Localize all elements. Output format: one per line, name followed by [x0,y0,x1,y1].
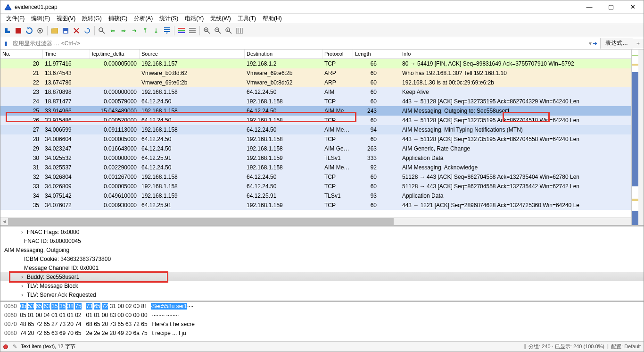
menu-telephony[interactable]: 电话(Y) [182,14,206,24]
menu-view[interactable]: 视图(V) [54,14,78,24]
svg-rect-11 [178,30,185,31]
table-row[interactable]: 3134.0255370.00229000064.12.24.50192.168… [0,163,644,172]
col-delta[interactable]: tcp.time_delta [90,50,140,59]
hex-line[interactable]: 0080 74 20 72 65 63 69 70 65 2e 2e 2e 20… [4,330,640,339]
table-row[interactable]: 2113.674543Vmware_b0:8d:62Vmware_69:e6:2… [0,68,644,78]
zoom-reset-icon[interactable]: 1 [223,25,234,36]
svg-text:1: 1 [227,28,229,31]
intelligent-scrollbar[interactable] [631,50,644,225]
expert-info-icon[interactable] [3,344,8,349]
profile-name[interactable]: 配置: Default [611,343,641,350]
close-file-icon[interactable] [71,25,82,36]
detail-line[interactable]: TLV: Server Ack Requested [0,290,644,299]
menu-capture[interactable]: 捕获(C) [106,14,131,24]
zoom-in-icon[interactable] [202,25,212,36]
menu-tools[interactable]: 工具(T) [235,14,259,24]
filter-apply-icon[interactable]: ➜ [593,40,597,47]
display-filter-input[interactable] [11,39,589,48]
table-row[interactable]: 3534.0760720.00093000064.12.25.91192.168… [0,201,644,210]
table-row[interactable]: 2418.8714770.00057900064.12.24.50192.168… [0,97,644,106]
statusbar: ✎ Text item (text), 12 字节 ‖ 分组: 240 · 已显… [0,341,644,352]
table-row[interactable]: 3034.0255320.00000000064.12.25.91192.168… [0,153,644,163]
detail-line[interactable]: Buddy: Sec558user1 [0,272,644,281]
hex-line[interactable]: 0050 0b 53 65 63 35 35 38 75 73 65 72 31… [4,303,640,312]
table-row[interactable]: 2318.8708980.000000000192.168.1.15864.12… [0,87,644,97]
minimize-button[interactable]: — [582,3,596,10]
col-source[interactable]: Source [140,50,245,59]
detail-line[interactable]: FNAC Flags: 0x0000 [0,227,644,236]
goto-icon[interactable]: ➜ [129,25,140,36]
hex-line[interactable]: 0060 05 01 00 04 01 01 01 02 01 01 00 83… [4,312,640,321]
expression-button[interactable]: 表达式… [600,38,633,49]
table-row[interactable]: 2734.0065990.091113000192.168.1.15864.12… [0,125,644,134]
hex-line[interactable]: 0070 48 65 72 65 27 73 20 74 68 65 20 73… [4,321,640,330]
no-colorize-icon[interactable] [187,25,198,36]
col-dest[interactable]: Destination [245,50,322,59]
toolbar: ⇐ ⇒ ➜ ⤒ ⤓ 1 [0,24,644,37]
packet-list-header[interactable]: No. Time tcp.time_delta Source Destinati… [0,50,644,59]
col-length[interactable]: Length [353,50,400,59]
svg-rect-12 [178,32,185,33]
menu-analyze[interactable]: 分析(A) [131,14,156,24]
maximize-button[interactable]: ▢ [604,3,618,10]
resize-columns-icon[interactable] [234,25,245,36]
col-no[interactable]: No. [0,50,43,59]
detail-line[interactable]: FNAC ID: 0x00000045 [0,236,644,245]
menu-edit[interactable]: 编辑(E) [28,14,53,24]
col-info[interactable]: Info [400,50,644,59]
add-filter-button[interactable]: + [633,39,644,48]
menu-wireless[interactable]: 无线(W) [207,14,233,24]
capture-options-icon[interactable] [35,25,45,36]
table-row[interactable]: 3434.0751420.049610000192.168.1.15964.12… [0,191,644,201]
packet-list[interactable]: 2011.9774160.000005000192.168.1.157192.1… [0,59,644,218]
stop-capture-icon[interactable] [13,25,24,36]
edit-icon[interactable]: ✎ [13,344,17,350]
svg-point-5 [99,28,103,32]
svg-rect-8 [164,29,170,30]
table-row[interactable]: 2213.674786Vmware_69:e6:2bVmware_b0:8d:6… [0,78,644,87]
restart-capture-icon[interactable] [24,25,34,36]
go-back-icon[interactable]: ⇐ [107,25,118,36]
table-row[interactable]: 2834.0066040.00000500064.12.24.50192.168… [0,134,644,144]
detail-line[interactable]: ICBM Cookie: 3436323837373800 [0,254,644,263]
bookmark-icon[interactable]: ▮ [0,38,11,49]
menu-file[interactable]: 文件(F) [3,14,27,24]
autoscroll-icon[interactable] [162,25,172,36]
col-time[interactable]: Time [43,50,90,59]
save-icon[interactable] [60,25,71,36]
start-capture-icon[interactable] [2,25,13,36]
packet-bytes-pane[interactable]: 0050 0b 53 65 63 35 35 38 75 73 65 72 31… [0,301,644,341]
go-last-icon[interactable]: ⤓ [151,25,161,36]
menu-go[interactable]: 跳转(G) [79,14,104,24]
zoom-out-icon[interactable] [213,25,223,36]
window-title: evidence01.pcap [15,4,582,10]
open-icon[interactable] [50,25,60,36]
detail-line[interactable]: Message Channel ID: 0x0001 [0,263,644,272]
svg-line-6 [102,31,105,34]
app-icon [4,3,12,11]
packet-details-pane[interactable]: FNAC Flags: 0x0000FNAC ID: 0x00000045AIM… [0,225,644,301]
col-proto[interactable]: Protocol [322,50,353,59]
svg-rect-26 [236,28,243,34]
filter-bar: ▮ ▾ ➜ 表达式… + [0,37,644,50]
close-button[interactable]: ✕ [626,3,640,10]
table-row[interactable]: 3334.0268090.000005000192.168.1.15864.12… [0,182,644,191]
table-row[interactable]: 2633.9154860.00052000064.12.24.50192.168… [0,116,644,125]
filter-dropdown-icon[interactable]: ▾ [589,40,592,47]
go-first-icon[interactable]: ⤒ [140,25,150,36]
svg-rect-4 [64,31,67,33]
svg-line-24 [229,31,231,34]
table-row[interactable]: 2934.0232470.01664300064.12.24.50192.168… [0,144,644,153]
menu-statistics[interactable]: 统计(S) [157,14,181,24]
reload-icon[interactable] [82,25,92,36]
table-row[interactable]: 2011.9774160.000005000192.168.1.157192.1… [0,59,644,68]
detail-line[interactable]: AIM Messaging, Outgoing [0,245,644,254]
colorize-icon[interactable] [176,25,187,36]
detail-line[interactable]: TLV: Message Block [0,281,644,290]
table-row[interactable]: 2533.91496615.043489000192.168.1.15864.1… [0,106,644,116]
menu-help[interactable]: 帮助(H) [260,14,285,24]
go-forward-icon[interactable]: ⇒ [118,25,129,36]
find-icon[interactable] [97,25,107,36]
table-row[interactable]: 3234.0268040.001267000192.168.1.15864.12… [0,172,644,182]
horizontal-scrollbar[interactable]: ◂ ▸ [0,218,644,225]
